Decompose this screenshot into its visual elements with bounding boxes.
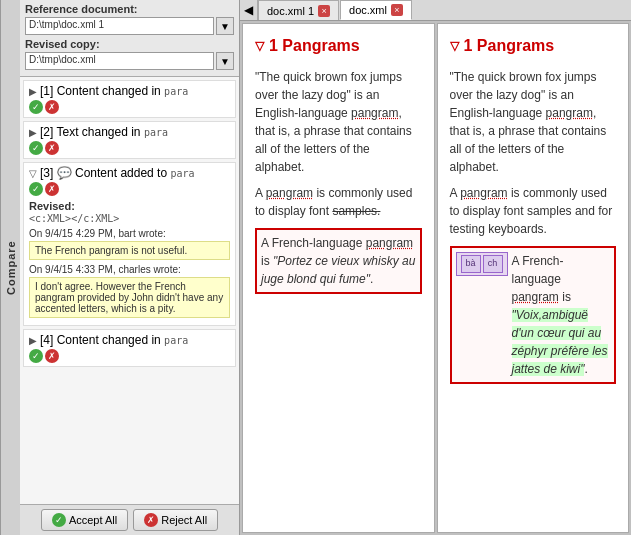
- right-pangram-2: pangram: [460, 186, 507, 200]
- change-header-2[interactable]: ▶ [2] Text changed in para: [29, 125, 230, 139]
- change-icons-4: ✓ ✗: [29, 349, 230, 363]
- left-doc-heading: ▽ 1 Pangrams: [255, 34, 422, 58]
- left-para-3: A French-language pangram is "Portez ce …: [261, 234, 416, 288]
- email-thread-1: On 9/4/15 4:29 PM, bart wrote: The Frenc…: [29, 228, 230, 260]
- left-pangram-2: pangram: [266, 186, 313, 200]
- change-arrow-2: ▶: [29, 127, 37, 138]
- change-header-3[interactable]: ▽ [3] 💬 Content added to para: [29, 166, 230, 180]
- compare-tab[interactable]: Compare: [0, 0, 20, 535]
- email-thread-2: On 9/4/15 4:33 PM, charles wrote: I don'…: [29, 264, 230, 318]
- email-body-2: I don't agree. However the French pangra…: [29, 277, 230, 318]
- change-num-3: [3]: [40, 166, 53, 180]
- right-doc-panel[interactable]: ▽ 1 Pangrams "The quick brown fox jumps …: [437, 23, 630, 533]
- change-icons-3: ✓ ✗: [29, 182, 230, 196]
- right-para-3: A French-language pangram is "Voix,ambig…: [512, 252, 611, 378]
- change-num-4: [4]: [40, 333, 53, 347]
- docs-area: ◀ doc.xml 1 × doc.xml × ▽ 1 Pangrams "Th…: [240, 0, 631, 535]
- change-item-2: ▶ [2] Text changed in para ✓ ✗: [23, 121, 236, 159]
- reject-all-button[interactable]: ✗ Reject All: [133, 509, 218, 531]
- left-changed-block: A French-language pangram is "Portez ce …: [255, 228, 422, 294]
- img-icon-ba: bà: [461, 255, 481, 273]
- left-doc-heading-text: 1 Pangrams: [269, 34, 360, 58]
- accept-all-button[interactable]: ✓ Accept All: [41, 509, 128, 531]
- email-header-2: On 9/4/15 4:33 PM, charles wrote:: [29, 264, 230, 275]
- change-title-4: [4] Content changed in para: [40, 333, 188, 347]
- change-text-2: Text changed in para: [56, 125, 168, 139]
- revised-browse-btn[interactable]: ▼: [216, 52, 234, 70]
- left-heading-arrow: ▽: [255, 37, 264, 55]
- accept-change-3[interactable]: ✓: [29, 182, 43, 196]
- compare-sidebar: Reference document: D:\tmp\doc.xml 1 ▼ R…: [20, 0, 240, 535]
- reference-browse-btn[interactable]: ▼: [216, 17, 234, 35]
- email-body-1: The French pangram is not useful.: [29, 241, 230, 260]
- change-num-1: [1]: [40, 84, 53, 98]
- change-item-1: ▶ [1] Content changed in para ✓ ✗: [23, 80, 236, 118]
- reject-change-3[interactable]: ✗: [45, 182, 59, 196]
- accept-change-1[interactable]: ✓: [29, 100, 43, 114]
- left-period-strike: .: [377, 204, 380, 218]
- revised-file-row: D:\tmp\doc.xml ▼: [25, 52, 234, 70]
- left-samples-strike: samples: [332, 204, 377, 218]
- revised-code: <c:XML></c:XML>: [29, 213, 119, 224]
- left-para-2: A pangram is commonly used to display fo…: [255, 184, 422, 220]
- email-header-1: On 9/4/15 4:29 PM, bart wrote:: [29, 228, 230, 239]
- changes-list: ▶ [1] Content changed in para ✓ ✗ ▶ [2] …: [20, 77, 239, 504]
- tab-nav-left[interactable]: ◀: [240, 0, 258, 20]
- revised-section: Revised: <c:XML></c:XML>: [29, 200, 230, 224]
- right-heading-arrow: ▽: [450, 37, 459, 55]
- tab-2-label: doc.xml: [349, 4, 387, 16]
- change-arrow-4: ▶: [29, 335, 37, 346]
- right-doc-heading: ▽ 1 Pangrams: [450, 34, 617, 58]
- reject-all-label: Reject All: [161, 514, 207, 526]
- reference-label: Reference document:: [25, 3, 234, 15]
- reject-change-2[interactable]: ✗: [45, 141, 59, 155]
- reject-change-4[interactable]: ✗: [45, 349, 59, 363]
- sidebar-footer: ✓ Accept All ✗ Reject All: [20, 504, 239, 535]
- accept-change-2[interactable]: ✓: [29, 141, 43, 155]
- tab-1-close[interactable]: ×: [318, 5, 330, 17]
- reference-file-row: D:\tmp\doc.xml 1 ▼: [25, 17, 234, 35]
- change-icons-1: ✓ ✗: [29, 100, 230, 114]
- right-para-3-content: bà ch A French-language pangram is "Voix…: [456, 252, 611, 378]
- change-header-4[interactable]: ▶ [4] Content changed in para: [29, 333, 230, 347]
- reject-change-1[interactable]: ✗: [45, 100, 59, 114]
- change-num-2: [2]: [40, 125, 53, 139]
- right-para-1: "The quick brown fox jumps over the lazy…: [450, 68, 617, 176]
- reference-file-input[interactable]: D:\tmp\doc.xml 1: [25, 17, 214, 35]
- tab-doc-xml-1[interactable]: doc.xml 1 ×: [258, 0, 339, 20]
- change-expanded-3: Revised: <c:XML></c:XML> On 9/4/15 4:29 …: [29, 200, 230, 318]
- change-arrow-1: ▶: [29, 86, 37, 97]
- right-pangram-3: pangram: [512, 290, 559, 304]
- change-title-3: [3] 💬 Content added to para: [40, 166, 195, 180]
- left-pangram-strike: pangram: [351, 106, 398, 120]
- accept-all-icon: ✓: [52, 513, 66, 527]
- change-item-3: ▽ [3] 💬 Content added to para ✓ ✗ Revise…: [23, 162, 236, 326]
- change-header-1[interactable]: ▶ [1] Content changed in para: [29, 84, 230, 98]
- change-arrow-3: ▽: [29, 168, 37, 179]
- tab-doc-xml[interactable]: doc.xml ×: [340, 0, 412, 20]
- right-doc-heading-text: 1 Pangrams: [464, 34, 555, 58]
- change-text-1: Content changed in para: [57, 84, 189, 98]
- right-para-2: A pangram is commonly used to display fo…: [450, 184, 617, 238]
- right-quote-changed: "Voix,ambiguë d'un cœur qui au zéphyr pr…: [512, 308, 608, 376]
- accept-change-4[interactable]: ✓: [29, 349, 43, 363]
- tab-1-label: doc.xml 1: [267, 5, 314, 17]
- left-quote: "Portez ce vieux whisky au juge blond qu…: [261, 254, 415, 286]
- img-icon-ch: ch: [483, 255, 503, 273]
- img-label-ba: bà: [465, 257, 475, 271]
- sidebar-header: Reference document: D:\tmp\doc.xml 1 ▼ R…: [20, 0, 239, 77]
- change-item-4: ▶ [4] Content changed in para ✓ ✗: [23, 329, 236, 367]
- right-pangram-1: pangram: [546, 106, 593, 120]
- revised-label: Revised copy:: [25, 38, 234, 50]
- reject-all-icon: ✗: [144, 513, 158, 527]
- change-text-3: 💬 Content added to para: [57, 166, 195, 180]
- change-title-2: [2] Text changed in para: [40, 125, 168, 139]
- change-text-4: Content changed in para: [57, 333, 189, 347]
- compare-tab-label: Compare: [5, 240, 17, 295]
- change-title-1: [1] Content changed in para: [40, 84, 188, 98]
- tab-2-close[interactable]: ×: [391, 4, 403, 16]
- accept-all-label: Accept All: [69, 514, 117, 526]
- left-doc-panel[interactable]: ▽ 1 Pangrams "The quick brown fox jumps …: [242, 23, 435, 533]
- revised-file-input[interactable]: D:\tmp\doc.xml: [25, 52, 214, 70]
- tabs-bar: ◀ doc.xml 1 × doc.xml ×: [240, 0, 631, 21]
